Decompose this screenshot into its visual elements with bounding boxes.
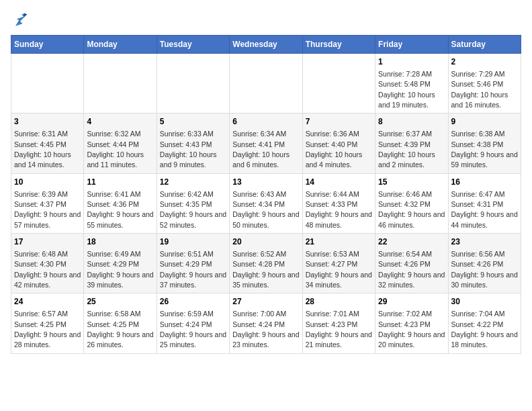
day-number: 21 bbox=[306, 236, 372, 248]
calendar-cell: 27Sunrise: 7:00 AM Sunset: 4:24 PM Dayli… bbox=[230, 293, 302, 353]
day-info: Sunrise: 6:59 AM Sunset: 4:24 PM Dayligh… bbox=[160, 310, 226, 349]
day-info: Sunrise: 6:51 AM Sunset: 4:29 PM Dayligh… bbox=[160, 250, 226, 289]
day-info: Sunrise: 6:31 AM Sunset: 4:45 PM Dayligh… bbox=[14, 130, 71, 169]
day-number: 12 bbox=[160, 177, 226, 188]
calendar-cell: 13Sunrise: 6:43 AM Sunset: 4:34 PM Dayli… bbox=[230, 173, 302, 233]
day-number: 13 bbox=[232, 177, 299, 188]
calendar-week-2: 3Sunrise: 6:31 AM Sunset: 4:45 PM Daylig… bbox=[11, 113, 521, 173]
calendar-cell: 11Sunrise: 6:41 AM Sunset: 4:36 PM Dayli… bbox=[84, 173, 157, 233]
day-number: 4 bbox=[87, 116, 153, 128]
calendar-cell: 12Sunrise: 6:42 AM Sunset: 4:35 PM Dayli… bbox=[157, 173, 229, 233]
day-info: Sunrise: 6:46 AM Sunset: 4:32 PM Dayligh… bbox=[378, 190, 445, 229]
day-info: Sunrise: 6:47 AM Sunset: 4:31 PM Dayligh… bbox=[451, 190, 518, 229]
day-number: 30 bbox=[451, 296, 518, 308]
calendar-week-1: 1Sunrise: 7:28 AM Sunset: 5:48 PM Daylig… bbox=[11, 54, 521, 113]
calendar-week-3: 10Sunrise: 6:39 AM Sunset: 4:37 PM Dayli… bbox=[11, 173, 521, 233]
day-number: 23 bbox=[451, 236, 518, 248]
calendar-cell: 21Sunrise: 6:53 AM Sunset: 4:27 PM Dayli… bbox=[302, 234, 375, 293]
svg-marker-0 bbox=[15, 14, 28, 26]
calendar-cell: 18Sunrise: 6:49 AM Sunset: 4:29 PM Dayli… bbox=[84, 234, 157, 293]
day-info: Sunrise: 7:04 AM Sunset: 4:22 PM Dayligh… bbox=[451, 310, 518, 349]
day-number: 5 bbox=[160, 116, 226, 128]
day-number: 1 bbox=[378, 56, 445, 68]
calendar-cell: 22Sunrise: 6:54 AM Sunset: 4:26 PM Dayli… bbox=[375, 234, 448, 293]
day-header-friday: Friday bbox=[375, 36, 448, 54]
calendar-cell: 30Sunrise: 7:04 AM Sunset: 4:22 PM Dayli… bbox=[448, 293, 521, 353]
day-info: Sunrise: 6:54 AM Sunset: 4:26 PM Dayligh… bbox=[378, 250, 445, 289]
day-info: Sunrise: 7:00 AM Sunset: 4:24 PM Dayligh… bbox=[232, 310, 299, 349]
day-number: 29 bbox=[378, 296, 445, 308]
day-number: 2 bbox=[451, 56, 518, 68]
day-info: Sunrise: 6:58 AM Sunset: 4:25 PM Dayligh… bbox=[87, 310, 153, 349]
day-number: 22 bbox=[378, 236, 445, 248]
day-number: 20 bbox=[232, 236, 299, 248]
calendar-cell: 23Sunrise: 6:56 AM Sunset: 4:26 PM Dayli… bbox=[448, 234, 521, 293]
day-number: 9 bbox=[451, 116, 518, 128]
calendar-cell bbox=[84, 54, 157, 113]
day-info: Sunrise: 6:42 AM Sunset: 4:35 PM Dayligh… bbox=[160, 190, 226, 229]
day-number: 8 bbox=[378, 116, 445, 128]
logo bbox=[11, 11, 32, 30]
day-info: Sunrise: 6:32 AM Sunset: 4:44 PM Dayligh… bbox=[87, 130, 144, 169]
day-info: Sunrise: 6:37 AM Sunset: 4:39 PM Dayligh… bbox=[378, 130, 435, 169]
day-info: Sunrise: 6:44 AM Sunset: 4:33 PM Dayligh… bbox=[306, 190, 372, 229]
day-info: Sunrise: 6:38 AM Sunset: 4:38 PM Dayligh… bbox=[451, 130, 518, 169]
calendar-cell: 17Sunrise: 6:48 AM Sunset: 4:30 PM Dayli… bbox=[11, 234, 84, 293]
calendar-cell: 6Sunrise: 6:34 AM Sunset: 4:41 PM Daylig… bbox=[230, 113, 302, 173]
calendar-cell: 5Sunrise: 6:33 AM Sunset: 4:43 PM Daylig… bbox=[157, 113, 229, 173]
calendar-cell: 25Sunrise: 6:58 AM Sunset: 4:25 PM Dayli… bbox=[84, 293, 157, 353]
calendar-cell: 14Sunrise: 6:44 AM Sunset: 4:33 PM Dayli… bbox=[302, 173, 375, 233]
day-number: 11 bbox=[87, 177, 153, 188]
day-info: Sunrise: 7:29 AM Sunset: 5:46 PM Dayligh… bbox=[451, 70, 508, 109]
calendar-cell: 9Sunrise: 6:38 AM Sunset: 4:38 PM Daylig… bbox=[448, 113, 521, 173]
day-info: Sunrise: 7:28 AM Sunset: 5:48 PM Dayligh… bbox=[378, 70, 435, 109]
calendar-cell: 19Sunrise: 6:51 AM Sunset: 4:29 PM Dayli… bbox=[157, 234, 229, 293]
calendar-week-4: 17Sunrise: 6:48 AM Sunset: 4:30 PM Dayli… bbox=[11, 234, 521, 293]
calendar-cell: 4Sunrise: 6:32 AM Sunset: 4:44 PM Daylig… bbox=[84, 113, 157, 173]
day-info: Sunrise: 6:39 AM Sunset: 4:37 PM Dayligh… bbox=[14, 190, 81, 229]
day-info: Sunrise: 6:57 AM Sunset: 4:25 PM Dayligh… bbox=[14, 310, 81, 349]
day-info: Sunrise: 6:41 AM Sunset: 4:36 PM Dayligh… bbox=[87, 190, 153, 229]
day-info: Sunrise: 6:33 AM Sunset: 4:43 PM Dayligh… bbox=[160, 130, 217, 169]
day-number: 28 bbox=[306, 296, 372, 308]
calendar-cell: 28Sunrise: 7:01 AM Sunset: 4:23 PM Dayli… bbox=[302, 293, 375, 353]
day-header-sunday: Sunday bbox=[11, 36, 84, 54]
day-header-wednesday: Wednesday bbox=[230, 36, 302, 54]
day-info: Sunrise: 6:34 AM Sunset: 4:41 PM Dayligh… bbox=[232, 130, 290, 169]
calendar-cell: 29Sunrise: 7:02 AM Sunset: 4:23 PM Dayli… bbox=[375, 293, 448, 353]
day-info: Sunrise: 6:48 AM Sunset: 4:30 PM Dayligh… bbox=[14, 250, 81, 289]
logo-icon bbox=[11, 11, 30, 30]
calendar-cell: 8Sunrise: 6:37 AM Sunset: 4:39 PM Daylig… bbox=[375, 113, 448, 173]
calendar-cell: 24Sunrise: 6:57 AM Sunset: 4:25 PM Dayli… bbox=[11, 293, 84, 353]
day-info: Sunrise: 6:36 AM Sunset: 4:40 PM Dayligh… bbox=[306, 130, 363, 169]
calendar-cell bbox=[11, 54, 84, 113]
header bbox=[11, 11, 521, 30]
day-number: 6 bbox=[232, 116, 299, 128]
day-number: 18 bbox=[87, 236, 153, 248]
calendar-cell: 20Sunrise: 6:52 AM Sunset: 4:28 PM Dayli… bbox=[230, 234, 302, 293]
day-header-monday: Monday bbox=[84, 36, 157, 54]
day-number: 14 bbox=[306, 177, 372, 188]
day-info: Sunrise: 6:56 AM Sunset: 4:26 PM Dayligh… bbox=[451, 250, 518, 289]
day-number: 25 bbox=[87, 296, 153, 308]
calendar: SundayMondayTuesdayWednesdayThursdayFrid… bbox=[11, 35, 521, 354]
day-info: Sunrise: 6:43 AM Sunset: 4:34 PM Dayligh… bbox=[232, 190, 299, 229]
day-header-saturday: Saturday bbox=[448, 36, 521, 54]
day-number: 17 bbox=[14, 236, 81, 248]
day-number: 10 bbox=[14, 177, 81, 188]
day-header-tuesday: Tuesday bbox=[157, 36, 229, 54]
day-info: Sunrise: 6:53 AM Sunset: 4:27 PM Dayligh… bbox=[306, 250, 372, 289]
calendar-cell: 7Sunrise: 6:36 AM Sunset: 4:40 PM Daylig… bbox=[302, 113, 375, 173]
day-number: 3 bbox=[14, 116, 81, 128]
calendar-cell: 16Sunrise: 6:47 AM Sunset: 4:31 PM Dayli… bbox=[448, 173, 521, 233]
calendar-cell: 3Sunrise: 6:31 AM Sunset: 4:45 PM Daylig… bbox=[11, 113, 84, 173]
day-number: 26 bbox=[160, 296, 226, 308]
day-number: 15 bbox=[378, 177, 445, 188]
day-header-thursday: Thursday bbox=[302, 36, 375, 54]
calendar-cell bbox=[157, 54, 229, 113]
calendar-cell: 26Sunrise: 6:59 AM Sunset: 4:24 PM Dayli… bbox=[157, 293, 229, 353]
calendar-cell: 2Sunrise: 7:29 AM Sunset: 5:46 PM Daylig… bbox=[448, 54, 521, 113]
day-number: 7 bbox=[306, 116, 372, 128]
day-info: Sunrise: 7:01 AM Sunset: 4:23 PM Dayligh… bbox=[306, 310, 372, 349]
day-info: Sunrise: 7:02 AM Sunset: 4:23 PM Dayligh… bbox=[378, 310, 445, 349]
